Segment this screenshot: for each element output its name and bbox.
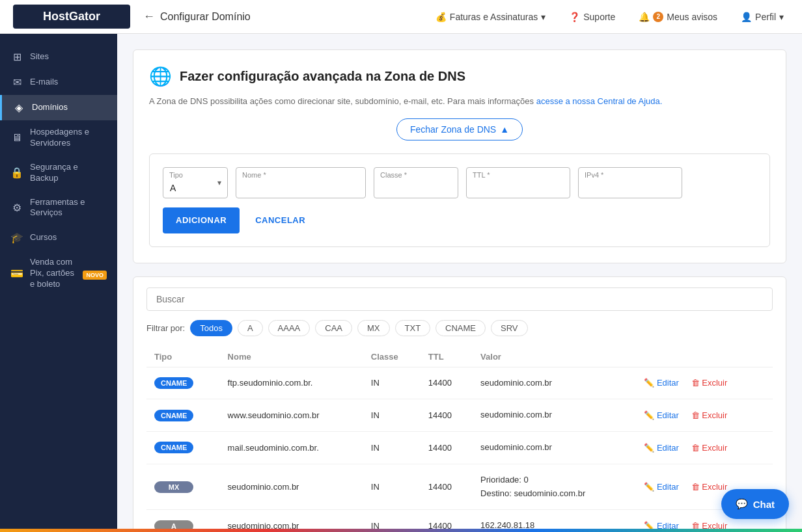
ttl-input[interactable]: 14400 bbox=[466, 167, 570, 198]
support-label: Suporte bbox=[583, 12, 615, 22]
sidebar-icon-cursos: 🎓 bbox=[10, 232, 23, 244]
chat-button[interactable]: 💬 Chat bbox=[721, 489, 789, 519]
close-dns-button[interactable]: Fechar Zona de DNS ▲ bbox=[396, 118, 523, 140]
tipo-field: Tipo AAAAACAA CNAMEMXSRVTXT ▾ bbox=[163, 167, 228, 198]
cell-classe: IN bbox=[363, 367, 421, 399]
page-title-area: ← Configurar Domínio bbox=[143, 10, 251, 23]
delete-button[interactable]: 🗑 Excluir bbox=[689, 442, 730, 454]
sidebar-item-hospedagens[interactable]: 🖥 Hospedagens e Servidores bbox=[0, 120, 117, 155]
help-link[interactable]: acesse a nossa Central de Ajuda. bbox=[536, 96, 663, 106]
edit-button[interactable]: ✏️ Editar bbox=[641, 481, 682, 493]
sidebar-label-emails: E-mails bbox=[30, 77, 58, 88]
form-actions: ADICIONAR CANCELAR bbox=[163, 207, 756, 233]
profile-nav-item[interactable]: 👤 Perfil ▾ bbox=[736, 9, 789, 25]
edit-button[interactable]: ✏️ Editar bbox=[641, 377, 682, 389]
filter-caa[interactable]: CAA bbox=[315, 320, 352, 336]
notices-badge: 2 bbox=[653, 12, 663, 22]
cell-actions: ✏️ Editar 🗑 Excluir bbox=[633, 399, 773, 432]
add-button[interactable]: ADICIONAR bbox=[163, 207, 240, 233]
delete-button[interactable]: 🗑 Excluir bbox=[689, 481, 730, 493]
type-badge: CNAME bbox=[154, 377, 193, 389]
classe-input[interactable]: IN bbox=[374, 167, 458, 198]
type-badge: MX bbox=[154, 481, 193, 493]
nome-input[interactable]: seudominio.com.br.regdmb3. bbox=[236, 167, 366, 198]
sidebar-label-cursos: Cursos bbox=[30, 232, 57, 243]
sidebar-icon-emails: ✉ bbox=[10, 76, 23, 88]
dns-section: 🌐 Fazer configuração avançada na Zona de… bbox=[133, 49, 786, 263]
sidebar-item-cursos[interactable]: 🎓 Cursos bbox=[0, 225, 117, 250]
cell-tipo: CNAME bbox=[146, 399, 220, 432]
sidebar-label-sites: Sites bbox=[30, 51, 49, 62]
profile-dropdown-icon: ▾ bbox=[779, 12, 784, 22]
main-layout: ⊞ Sites ✉ E-mails ◈ Domínios 🖥 Hospedage… bbox=[0, 34, 802, 532]
type-badge: CNAME bbox=[154, 410, 193, 421]
sidebar-icon-dominios: ◈ bbox=[12, 101, 25, 114]
filter-a[interactable]: A bbox=[238, 320, 263, 336]
sidebar-label-seguranca: Segurança e Backup bbox=[30, 162, 107, 184]
delete-button[interactable]: 🗑 Excluir bbox=[689, 377, 730, 389]
type-badge: CNAME bbox=[154, 442, 193, 453]
sidebar-badge-venda: NOVO bbox=[83, 271, 107, 280]
filter-cname[interactable]: CNAME bbox=[436, 320, 486, 336]
col-classe: Classe bbox=[363, 347, 421, 367]
sidebar-item-emails[interactable]: ✉ E-mails bbox=[0, 70, 117, 95]
cell-tipo: CNAME bbox=[146, 367, 220, 399]
ipv4-input[interactable]: 111.111.111.11 bbox=[578, 167, 682, 198]
sidebar-item-dominios[interactable]: ◈ Domínios bbox=[0, 95, 117, 120]
billing-nav-item[interactable]: 💰 Faturas e Assinaturas ▾ bbox=[430, 9, 551, 25]
cell-classe: IN bbox=[363, 399, 421, 432]
back-arrow-icon[interactable]: ← bbox=[143, 10, 155, 23]
filter-srv[interactable]: SRV bbox=[491, 320, 528, 336]
notices-nav-item[interactable]: 🔔 2 Meus avisos bbox=[633, 9, 723, 25]
table-row: CNAME www.seudominio.com.br IN 14400 seu… bbox=[146, 399, 773, 432]
billing-label: Faturas e Assinaturas bbox=[450, 12, 538, 22]
sidebar-icon-hospedagens: 🖥 bbox=[10, 132, 23, 144]
dns-table: Tipo Nome Classe TTL Valor CNAME ftp.seu… bbox=[146, 347, 773, 533]
filter-aaaa[interactable]: AAAA bbox=[268, 320, 311, 336]
cancel-button[interactable]: CANCELAR bbox=[245, 207, 316, 233]
search-input[interactable] bbox=[146, 287, 773, 311]
dns-description: A Zona de DNS possibilita ações como dir… bbox=[149, 95, 770, 108]
cell-nome: seudominio.com.br bbox=[220, 464, 363, 510]
filter-todos[interactable]: Todos bbox=[190, 320, 232, 336]
profile-icon: 👤 bbox=[741, 12, 752, 22]
cell-actions: ✏️ Editar 🗑 Excluir bbox=[633, 367, 773, 399]
edit-button[interactable]: ✏️ Editar bbox=[641, 409, 682, 421]
ipv4-field: IPv4 * 111.111.111.11 bbox=[578, 167, 682, 198]
sidebar: ⊞ Sites ✉ E-mails ◈ Domínios 🖥 Hospedage… bbox=[0, 34, 117, 532]
sidebar-item-sites[interactable]: ⊞ Sites bbox=[0, 44, 117, 70]
cell-ttl: 14400 bbox=[421, 399, 473, 432]
table-row: CNAME mail.seudominio.com.br. IN 14400 s… bbox=[146, 432, 773, 464]
filter-row: Filtrar por: Todos A AAAA CAA MX TXT CNA… bbox=[146, 320, 773, 336]
cell-valor: seudominio.com.br bbox=[473, 367, 633, 399]
sidebar-icon-ferramentas: ⚙ bbox=[10, 202, 23, 214]
chat-label: Chat bbox=[753, 499, 775, 510]
sidebar-item-ferramentas[interactable]: ⚙ Ferramentas e Serviços bbox=[0, 191, 117, 226]
delete-button[interactable]: 🗑 Excluir bbox=[689, 409, 730, 421]
cell-ttl: 14400 bbox=[421, 367, 473, 399]
cell-valor: seudominio.com.br bbox=[473, 399, 633, 432]
col-ttl: TTL bbox=[421, 347, 473, 367]
chevron-up-icon: ▲ bbox=[500, 124, 509, 135]
classe-field: Classe * IN bbox=[374, 167, 458, 198]
col-valor: Valor bbox=[473, 347, 633, 367]
cell-valor: Prioridade: 0Destino: seudominio.com.br bbox=[473, 464, 633, 510]
cell-ttl: 14400 bbox=[421, 432, 473, 464]
tipo-select[interactable]: AAAAACAA CNAMEMXSRVTXT bbox=[163, 167, 228, 198]
edit-button[interactable]: ✏️ Editar bbox=[641, 442, 682, 454]
dns-records-section: Filtrar por: Todos A AAAA CAA MX TXT CNA… bbox=[133, 276, 786, 533]
topnav-actions: 💰 Faturas e Assinaturas ▾ ❓ Suporte 🔔 2 … bbox=[430, 9, 789, 25]
sidebar-item-seguranca[interactable]: 🔒 Segurança e Backup bbox=[0, 155, 117, 191]
main-content: 🌐 Fazer configuração avançada na Zona de… bbox=[117, 34, 802, 532]
filter-mx[interactable]: MX bbox=[357, 320, 390, 336]
filter-txt[interactable]: TXT bbox=[395, 320, 431, 336]
cell-classe: IN bbox=[363, 432, 421, 464]
cell-classe: IN bbox=[363, 464, 421, 510]
page-title: Configurar Domínio bbox=[160, 11, 251, 23]
cell-ttl: 14400 bbox=[421, 464, 473, 510]
sidebar-item-venda[interactable]: 💳 Venda com Pix, cartões e boleto NOVO bbox=[0, 250, 117, 297]
cell-valor: seudominio.com.br bbox=[473, 432, 633, 464]
support-nav-item[interactable]: ❓ Suporte bbox=[564, 9, 620, 25]
notices-label: Meus avisos bbox=[667, 12, 717, 22]
billing-dropdown-icon: ▾ bbox=[541, 12, 546, 22]
